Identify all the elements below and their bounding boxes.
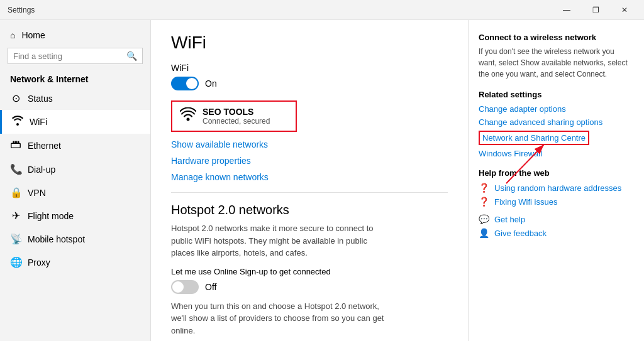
home-label: Home [21, 30, 45, 40]
window-title: Settings [8, 6, 35, 14]
sidebar-item-home[interactable]: ⌂ Home [0, 25, 150, 45]
close-button[interactable]: ✕ [610, 0, 639, 20]
sidebar-label-wifi: WiFi [30, 117, 47, 127]
right-panel: Connect to a wireless network If you don… [468, 20, 644, 341]
window-controls: — ❐ ✕ [552, 0, 639, 20]
connect-wireless-desc: If you don't see the wireless network yo… [479, 46, 634, 80]
sidebar-label-mobilehotspot: Mobile hotspot [28, 234, 85, 244]
hotspot-toggle-row: Off [171, 280, 448, 294]
connected-network-card[interactable]: SEO TOOLS Connected, secured [171, 100, 297, 132]
svg-rect-2 [15, 141, 17, 144]
get-help-item: 💬 Get help [479, 214, 634, 224]
wifi-section: WiFi On [171, 63, 448, 90]
give-feedback-item: 👤 Give feedback [479, 228, 634, 238]
get-help-link[interactable]: Get help [494, 215, 525, 224]
svg-rect-1 [13, 141, 15, 144]
sidebar-label-vpn: VPN [28, 188, 46, 198]
sidebar-item-dialup[interactable]: 📞 Dial-up [0, 158, 150, 181]
network-wifi-icon [180, 107, 196, 125]
fix-wifi-link[interactable]: Fixing Wifi issues [494, 197, 557, 207]
sidebar-item-flightmode[interactable]: ✈ Flight mode [0, 204, 150, 227]
hotspot-description: Hotspot 2.0 networks make it more secure… [171, 222, 385, 259]
get-help-icon: 💬 [479, 214, 489, 224]
hotspot-signup-label: Let me use Online Sign-up to get connect… [171, 267, 448, 276]
svg-rect-0 [11, 143, 20, 148]
maximize-button[interactable]: ❐ [581, 0, 610, 20]
status-icon: ⊙ [10, 92, 21, 104]
sidebar-label-flightmode: Flight mode [28, 211, 74, 221]
sidebar-label-ethernet: Ethernet [28, 141, 61, 151]
search-input[interactable] [13, 51, 123, 61]
network-status: Connected, secured [203, 117, 270, 126]
hotspot-note: When you turn this on and choose a Hotsp… [171, 300, 385, 337]
minimize-button[interactable]: — [552, 0, 581, 20]
hardware-properties-link[interactable]: Hardware properties [171, 156, 448, 166]
wifi-toggle-text: On [205, 78, 217, 89]
ethernet-icon [10, 139, 21, 152]
sidebar-label-dialup: Dial-up [28, 165, 55, 175]
show-available-networks-link[interactable]: Show available networks [171, 139, 448, 149]
wifi-label: WiFi [171, 63, 448, 73]
svg-rect-3 [18, 141, 19, 144]
connect-wireless-title: Connect to a wireless network [479, 33, 634, 42]
hotspot-toggle-text: Off [205, 282, 216, 292]
manage-known-networks-link[interactable]: Manage known networks [171, 172, 448, 182]
network-sharing-centre-link[interactable]: Network and Sharing Centre [479, 131, 589, 145]
question-icon-2: ❓ [479, 197, 489, 207]
sidebar-section-title: Network & Internet [0, 69, 150, 87]
related-settings-title: Related settings [479, 90, 634, 99]
hotspot-title: Hotspot 2.0 networks [171, 203, 448, 217]
sidebar-item-mobilehotspot[interactable]: 📡 Mobile hotspot [0, 227, 150, 251]
wifi-toggle[interactable] [171, 77, 199, 90]
search-box: 🔍 [8, 48, 143, 64]
question-icon-1: ❓ [479, 183, 489, 193]
search-icon: 🔍 [126, 51, 137, 61]
wifi-nav-icon [12, 116, 23, 128]
network-name: SEO TOOLS [203, 107, 270, 117]
sidebar-item-status[interactable]: ⊙ Status [0, 87, 150, 110]
main-area: WiFi WiFi On [151, 20, 644, 341]
section-divider [171, 192, 448, 193]
hotspot-toggle[interactable] [171, 280, 199, 294]
sidebar-label-proxy: Proxy [28, 257, 50, 268]
proxy-icon: 🌐 [10, 256, 21, 268]
fix-wifi-item: ❓ Fixing Wifi issues [479, 197, 634, 207]
random-hardware-link[interactable]: Using random hardware addresses [494, 183, 621, 193]
sidebar: ⌂ Home 🔍 Network & Internet ⊙ Status WiF… [0, 20, 151, 341]
settings-window: Settings — ❐ ✕ ⌂ Home 🔍 Network & Intern… [0, 0, 644, 341]
flight-icon: ✈ [10, 210, 21, 222]
home-icon: ⌂ [10, 30, 15, 40]
sidebar-item-vpn[interactable]: 🔒 VPN [0, 181, 150, 204]
feedback-icon: 👤 [479, 228, 489, 238]
sidebar-label-status: Status [28, 94, 53, 104]
help-from-web-title: Help from the web [479, 168, 634, 178]
dialup-icon: 📞 [10, 163, 21, 175]
give-feedback-link[interactable]: Give feedback [494, 229, 547, 238]
network-info: SEO TOOLS Connected, secured [203, 107, 270, 126]
hotspot-icon: 📡 [10, 233, 21, 245]
change-adapter-link[interactable]: Change adapter options [479, 104, 634, 114]
windows-firewall-link[interactable]: Windows Firewall [479, 149, 634, 158]
vpn-icon: 🔒 [10, 187, 21, 198]
main-content: WiFi WiFi On [151, 20, 468, 341]
svg-point-4 [187, 118, 190, 121]
sidebar-item-proxy[interactable]: 🌐 Proxy [0, 251, 150, 274]
sidebar-item-wifi[interactable]: WiFi [0, 110, 150, 134]
titlebar: Settings — ❐ ✕ [0, 0, 644, 20]
page-title: WiFi [171, 33, 448, 53]
sidebar-item-ethernet[interactable]: Ethernet [0, 134, 150, 158]
random-hardware-item: ❓ Using random hardware addresses [479, 183, 634, 193]
change-sharing-link[interactable]: Change advanced sharing options [479, 117, 634, 127]
wifi-toggle-row: On [171, 77, 448, 90]
